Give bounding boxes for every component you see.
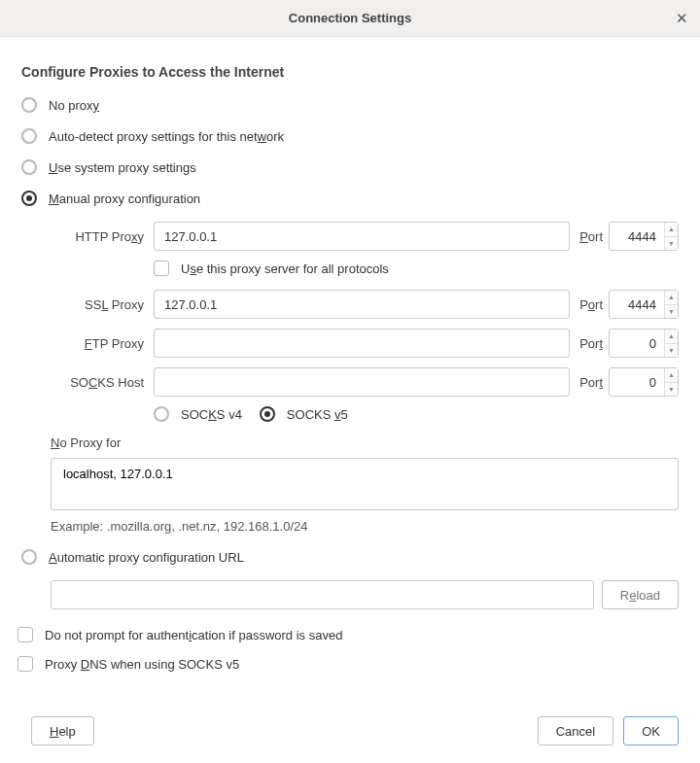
radio-auto-url[interactable] (21, 549, 37, 565)
radio-auto-detect-label[interactable]: Auto-detect proxy settings for this netw… (49, 129, 284, 144)
http-proxy-label: HTTP Proxy (51, 229, 148, 244)
ssl-port-label: Port (579, 297, 603, 312)
socks-host-input[interactable] (154, 367, 570, 397)
spin-down-icon[interactable]: ▼ (665, 305, 678, 319)
spin-up-icon[interactable]: ▲ (665, 291, 678, 305)
ssl-port-spinner[interactable]: ▲ ▼ (664, 291, 678, 318)
socks-port-label: Port (579, 375, 603, 390)
http-proxy-input[interactable] (154, 222, 570, 251)
no-prompt-checkbox[interactable] (18, 627, 33, 642)
radio-system[interactable] (21, 159, 37, 175)
radio-socks5[interactable] (260, 406, 275, 422)
ftp-port-spinner[interactable]: ▲ ▼ (664, 329, 678, 357)
proxy-dns-checkbox[interactable] (18, 656, 33, 672)
no-proxy-for-input[interactable] (51, 458, 679, 510)
dialog-footer: Help Cancel OK (0, 703, 700, 763)
radio-socks5-label[interactable]: SOCKS v5 (287, 407, 348, 422)
close-icon[interactable]: ✕ (673, 10, 690, 27)
radio-socks4[interactable] (154, 406, 169, 422)
radio-manual-label[interactable]: Manual proxy configuration (49, 191, 200, 206)
radio-no-proxy[interactable] (21, 97, 37, 113)
spin-down-icon[interactable]: ▼ (665, 383, 678, 397)
socks-port-spinner[interactable]: ▲ ▼ (664, 368, 678, 396)
ok-button[interactable]: OK (623, 716, 679, 746)
help-button[interactable]: Help (31, 716, 94, 746)
use-all-label[interactable]: Use this proxy server for all protocols (181, 261, 389, 276)
radio-socks4-label[interactable]: SOCKS v4 (181, 407, 242, 422)
spin-down-icon[interactable]: ▼ (665, 237, 678, 251)
spin-up-icon[interactable]: ▲ (665, 368, 678, 383)
no-proxy-example: Example: .mozilla.org, .net.nz, 192.168.… (51, 519, 679, 534)
radio-system-label[interactable]: Use system proxy settings (49, 160, 196, 175)
http-port-label: Port (579, 229, 603, 244)
reload-button[interactable]: Reload (602, 580, 679, 609)
socks-host-label: SOCKS Host (51, 375, 148, 390)
radio-manual[interactable] (21, 191, 37, 206)
radio-auto-detect[interactable] (21, 128, 37, 144)
http-port-spinner[interactable]: ▲ ▼ (664, 223, 678, 250)
ssl-proxy-input[interactable] (154, 290, 570, 319)
cancel-button[interactable]: Cancel (538, 716, 613, 746)
window-title: Connection Settings (289, 11, 411, 25)
ftp-proxy-input[interactable] (154, 329, 570, 358)
use-all-checkbox[interactable] (154, 260, 169, 276)
ssl-proxy-label: SSL Proxy (51, 297, 148, 312)
proxy-dns-label[interactable]: Proxy DNS when using SOCKS v5 (45, 657, 239, 672)
no-prompt-label[interactable]: Do not prompt for authentication if pass… (45, 628, 342, 642)
titlebar: Connection Settings ✕ (0, 0, 700, 37)
section-heading: Configure Proxies to Access the Internet (21, 64, 679, 80)
ftp-port-label: Port (579, 336, 603, 351)
auto-url-input[interactable] (51, 580, 594, 609)
radio-auto-url-label[interactable]: Automatic proxy configuration URL (49, 550, 244, 565)
spin-up-icon[interactable]: ▲ (665, 329, 678, 344)
content: Configure Proxies to Access the Internet… (0, 37, 700, 703)
radio-no-proxy-label[interactable]: No proxy (49, 98, 99, 113)
manual-proxy-fields: HTTP Proxy Port ▲ ▼ Use this proxy serve… (51, 222, 679, 422)
spin-up-icon[interactable]: ▲ (665, 223, 678, 237)
ftp-proxy-label: FTP Proxy (51, 336, 148, 351)
no-proxy-for-label: No Proxy for (51, 435, 679, 450)
spin-down-icon[interactable]: ▼ (665, 344, 678, 358)
